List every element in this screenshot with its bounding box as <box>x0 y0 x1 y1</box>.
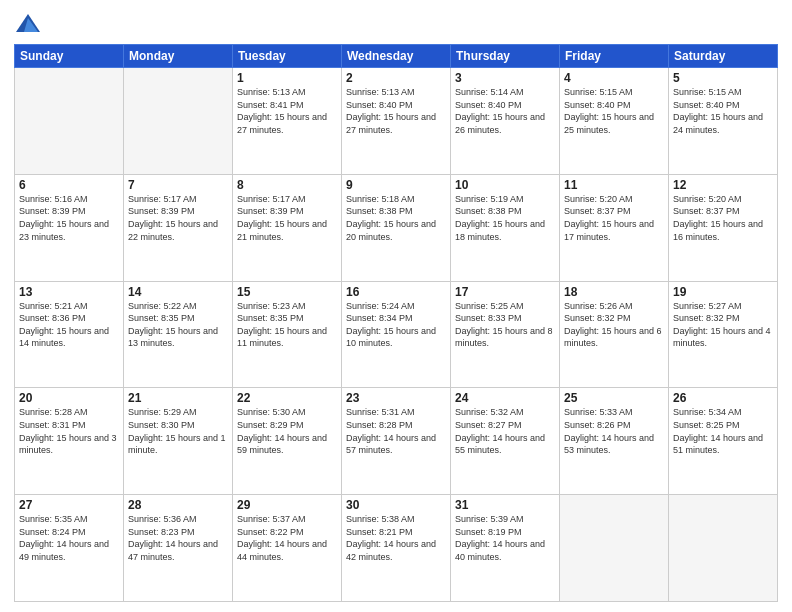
calendar-day-cell: 12Sunrise: 5:20 AMSunset: 8:37 PMDayligh… <box>669 174 778 281</box>
day-number: 16 <box>346 285 446 299</box>
calendar-day-cell: 15Sunrise: 5:23 AMSunset: 8:35 PMDayligh… <box>233 281 342 388</box>
calendar-day-cell <box>669 495 778 602</box>
day-number: 29 <box>237 498 337 512</box>
calendar-day-cell: 8Sunrise: 5:17 AMSunset: 8:39 PMDaylight… <box>233 174 342 281</box>
calendar-day-cell: 25Sunrise: 5:33 AMSunset: 8:26 PMDayligh… <box>560 388 669 495</box>
day-info: Sunrise: 5:17 AMSunset: 8:39 PMDaylight:… <box>237 193 337 243</box>
calendar-day-cell: 22Sunrise: 5:30 AMSunset: 8:29 PMDayligh… <box>233 388 342 495</box>
calendar-day-cell: 4Sunrise: 5:15 AMSunset: 8:40 PMDaylight… <box>560 68 669 175</box>
day-info: Sunrise: 5:16 AMSunset: 8:39 PMDaylight:… <box>19 193 119 243</box>
day-info: Sunrise: 5:35 AMSunset: 8:24 PMDaylight:… <box>19 513 119 563</box>
day-info: Sunrise: 5:20 AMSunset: 8:37 PMDaylight:… <box>564 193 664 243</box>
calendar-day-cell: 24Sunrise: 5:32 AMSunset: 8:27 PMDayligh… <box>451 388 560 495</box>
day-info: Sunrise: 5:15 AMSunset: 8:40 PMDaylight:… <box>564 86 664 136</box>
day-info: Sunrise: 5:31 AMSunset: 8:28 PMDaylight:… <box>346 406 446 456</box>
calendar-day-cell: 28Sunrise: 5:36 AMSunset: 8:23 PMDayligh… <box>124 495 233 602</box>
day-info: Sunrise: 5:28 AMSunset: 8:31 PMDaylight:… <box>19 406 119 456</box>
calendar-week-row: 6Sunrise: 5:16 AMSunset: 8:39 PMDaylight… <box>15 174 778 281</box>
calendar-day-cell: 19Sunrise: 5:27 AMSunset: 8:32 PMDayligh… <box>669 281 778 388</box>
day-info: Sunrise: 5:22 AMSunset: 8:35 PMDaylight:… <box>128 300 228 350</box>
day-number: 6 <box>19 178 119 192</box>
day-info: Sunrise: 5:27 AMSunset: 8:32 PMDaylight:… <box>673 300 773 350</box>
calendar-day-cell: 31Sunrise: 5:39 AMSunset: 8:19 PMDayligh… <box>451 495 560 602</box>
day-info: Sunrise: 5:33 AMSunset: 8:26 PMDaylight:… <box>564 406 664 456</box>
day-info: Sunrise: 5:37 AMSunset: 8:22 PMDaylight:… <box>237 513 337 563</box>
calendar-week-row: 27Sunrise: 5:35 AMSunset: 8:24 PMDayligh… <box>15 495 778 602</box>
calendar-day-cell: 20Sunrise: 5:28 AMSunset: 8:31 PMDayligh… <box>15 388 124 495</box>
calendar-day-cell: 29Sunrise: 5:37 AMSunset: 8:22 PMDayligh… <box>233 495 342 602</box>
calendar-day-cell: 5Sunrise: 5:15 AMSunset: 8:40 PMDaylight… <box>669 68 778 175</box>
day-info: Sunrise: 5:36 AMSunset: 8:23 PMDaylight:… <box>128 513 228 563</box>
calendar-day-cell: 13Sunrise: 5:21 AMSunset: 8:36 PMDayligh… <box>15 281 124 388</box>
calendar-day-cell: 6Sunrise: 5:16 AMSunset: 8:39 PMDaylight… <box>15 174 124 281</box>
calendar-header: SundayMondayTuesdayWednesdayThursdayFrid… <box>15 45 778 68</box>
day-number: 3 <box>455 71 555 85</box>
calendar-day-cell: 30Sunrise: 5:38 AMSunset: 8:21 PMDayligh… <box>342 495 451 602</box>
day-number: 19 <box>673 285 773 299</box>
day-info: Sunrise: 5:32 AMSunset: 8:27 PMDaylight:… <box>455 406 555 456</box>
calendar-week-row: 13Sunrise: 5:21 AMSunset: 8:36 PMDayligh… <box>15 281 778 388</box>
day-of-week-header: Thursday <box>451 45 560 68</box>
day-info: Sunrise: 5:23 AMSunset: 8:35 PMDaylight:… <box>237 300 337 350</box>
calendar-day-cell: 16Sunrise: 5:24 AMSunset: 8:34 PMDayligh… <box>342 281 451 388</box>
page: SundayMondayTuesdayWednesdayThursdayFrid… <box>0 0 792 612</box>
day-info: Sunrise: 5:19 AMSunset: 8:38 PMDaylight:… <box>455 193 555 243</box>
calendar-day-cell: 3Sunrise: 5:14 AMSunset: 8:40 PMDaylight… <box>451 68 560 175</box>
logo-icon <box>14 10 42 38</box>
day-number: 18 <box>564 285 664 299</box>
calendar-day-cell: 23Sunrise: 5:31 AMSunset: 8:28 PMDayligh… <box>342 388 451 495</box>
day-info: Sunrise: 5:13 AMSunset: 8:40 PMDaylight:… <box>346 86 446 136</box>
day-number: 5 <box>673 71 773 85</box>
day-number: 25 <box>564 391 664 405</box>
day-number: 13 <box>19 285 119 299</box>
day-number: 22 <box>237 391 337 405</box>
day-info: Sunrise: 5:24 AMSunset: 8:34 PMDaylight:… <box>346 300 446 350</box>
calendar-day-cell: 7Sunrise: 5:17 AMSunset: 8:39 PMDaylight… <box>124 174 233 281</box>
day-number: 24 <box>455 391 555 405</box>
day-info: Sunrise: 5:30 AMSunset: 8:29 PMDaylight:… <box>237 406 337 456</box>
day-number: 15 <box>237 285 337 299</box>
calendar-week-row: 20Sunrise: 5:28 AMSunset: 8:31 PMDayligh… <box>15 388 778 495</box>
days-of-week-row: SundayMondayTuesdayWednesdayThursdayFrid… <box>15 45 778 68</box>
calendar-week-row: 1Sunrise: 5:13 AMSunset: 8:41 PMDaylight… <box>15 68 778 175</box>
calendar-day-cell: 21Sunrise: 5:29 AMSunset: 8:30 PMDayligh… <box>124 388 233 495</box>
day-info: Sunrise: 5:25 AMSunset: 8:33 PMDaylight:… <box>455 300 555 350</box>
day-info: Sunrise: 5:21 AMSunset: 8:36 PMDaylight:… <box>19 300 119 350</box>
day-number: 9 <box>346 178 446 192</box>
day-info: Sunrise: 5:38 AMSunset: 8:21 PMDaylight:… <box>346 513 446 563</box>
calendar-day-cell: 17Sunrise: 5:25 AMSunset: 8:33 PMDayligh… <box>451 281 560 388</box>
day-info: Sunrise: 5:39 AMSunset: 8:19 PMDaylight:… <box>455 513 555 563</box>
day-number: 4 <box>564 71 664 85</box>
calendar-day-cell: 27Sunrise: 5:35 AMSunset: 8:24 PMDayligh… <box>15 495 124 602</box>
day-info: Sunrise: 5:20 AMSunset: 8:37 PMDaylight:… <box>673 193 773 243</box>
day-info: Sunrise: 5:34 AMSunset: 8:25 PMDaylight:… <box>673 406 773 456</box>
day-of-week-header: Saturday <box>669 45 778 68</box>
calendar-body: 1Sunrise: 5:13 AMSunset: 8:41 PMDaylight… <box>15 68 778 602</box>
day-number: 20 <box>19 391 119 405</box>
day-number: 7 <box>128 178 228 192</box>
day-number: 14 <box>128 285 228 299</box>
day-info: Sunrise: 5:13 AMSunset: 8:41 PMDaylight:… <box>237 86 337 136</box>
day-number: 30 <box>346 498 446 512</box>
day-of-week-header: Friday <box>560 45 669 68</box>
day-number: 10 <box>455 178 555 192</box>
day-of-week-header: Wednesday <box>342 45 451 68</box>
calendar-day-cell: 10Sunrise: 5:19 AMSunset: 8:38 PMDayligh… <box>451 174 560 281</box>
day-info: Sunrise: 5:26 AMSunset: 8:32 PMDaylight:… <box>564 300 664 350</box>
calendar-day-cell: 26Sunrise: 5:34 AMSunset: 8:25 PMDayligh… <box>669 388 778 495</box>
day-number: 8 <box>237 178 337 192</box>
header <box>14 10 778 38</box>
day-number: 21 <box>128 391 228 405</box>
calendar-day-cell: 11Sunrise: 5:20 AMSunset: 8:37 PMDayligh… <box>560 174 669 281</box>
day-of-week-header: Tuesday <box>233 45 342 68</box>
day-number: 2 <box>346 71 446 85</box>
calendar-day-cell <box>560 495 669 602</box>
logo <box>14 10 44 38</box>
calendar-day-cell <box>124 68 233 175</box>
day-number: 12 <box>673 178 773 192</box>
day-number: 23 <box>346 391 446 405</box>
day-info: Sunrise: 5:14 AMSunset: 8:40 PMDaylight:… <box>455 86 555 136</box>
day-info: Sunrise: 5:15 AMSunset: 8:40 PMDaylight:… <box>673 86 773 136</box>
calendar-day-cell: 18Sunrise: 5:26 AMSunset: 8:32 PMDayligh… <box>560 281 669 388</box>
calendar-day-cell: 1Sunrise: 5:13 AMSunset: 8:41 PMDaylight… <box>233 68 342 175</box>
